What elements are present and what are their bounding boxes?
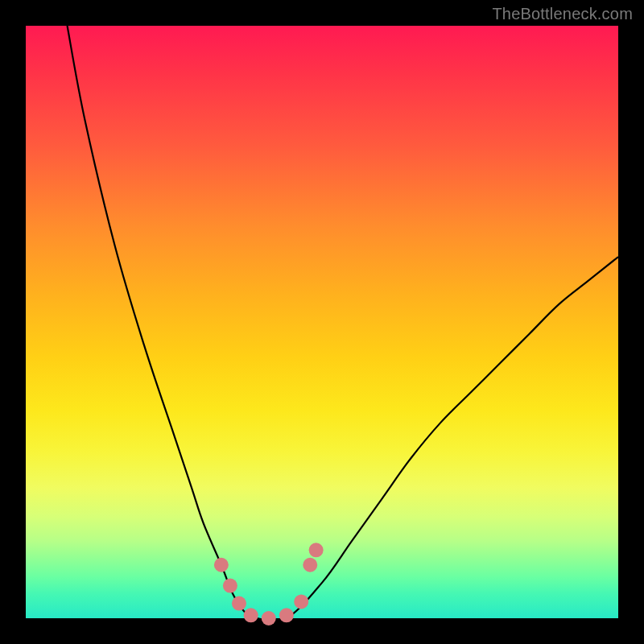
curve-marker: [223, 579, 237, 593]
curve-markers: [214, 543, 324, 625]
curve-marker: [303, 558, 317, 572]
curve-marker: [294, 594, 308, 609]
curve-marker: [214, 558, 229, 572]
curve-marker: [279, 608, 294, 622]
curve-marker: [244, 608, 258, 622]
plot-area: [26, 26, 618, 618]
curve-marker: [262, 611, 276, 625]
curve-marker: [232, 597, 246, 611]
curve-marker: [309, 543, 324, 557]
bottleneck-curve: [68, 26, 618, 621]
watermark-text: TheBottleneck.com: [492, 5, 633, 23]
chart-frame: TheBottleneck.com: [0, 0, 644, 644]
curve-svg: [26, 26, 618, 618]
